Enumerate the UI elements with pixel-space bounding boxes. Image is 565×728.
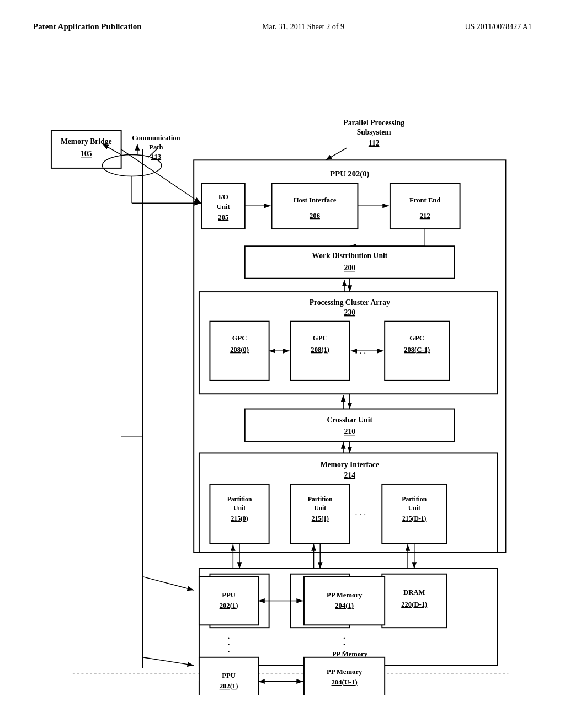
date-sheet-label: Mar. 31, 2011 Sheet 2 of 9 (262, 23, 344, 31)
svg-text:PP Memory: PP Memory (327, 668, 363, 676)
svg-text:.: . (228, 645, 230, 654)
svg-rect-104 (199, 577, 258, 625)
svg-text:PP Memory: PP Memory (327, 591, 363, 599)
svg-rect-121 (304, 657, 385, 695)
svg-text:202(1): 202(1) (220, 682, 238, 690)
svg-text:PPU: PPU (222, 591, 236, 599)
diagram-area: Memory Bridge 105 Communication Path 113… (33, 61, 532, 695)
svg-line-103 (143, 577, 194, 590)
svg-text:202(1): 202(1) (220, 602, 238, 609)
svg-line-117 (143, 657, 194, 666)
svg-text:PPU: PPU (222, 672, 236, 679)
lower-diagram: PPU 202(1) PP Memory 204(1) . . . . . . … (33, 61, 532, 695)
svg-text:204(U-1): 204(U-1) (332, 678, 358, 686)
publication-label: Patent Application Publication (33, 22, 142, 31)
svg-text:204(1): 204(1) (335, 602, 354, 609)
page-header: Patent Application Publication Mar. 31, … (33, 22, 532, 31)
patent-number-label: US 2011/0078427 A1 (465, 23, 532, 31)
svg-rect-107 (304, 577, 385, 625)
svg-text:.: . (343, 645, 345, 654)
